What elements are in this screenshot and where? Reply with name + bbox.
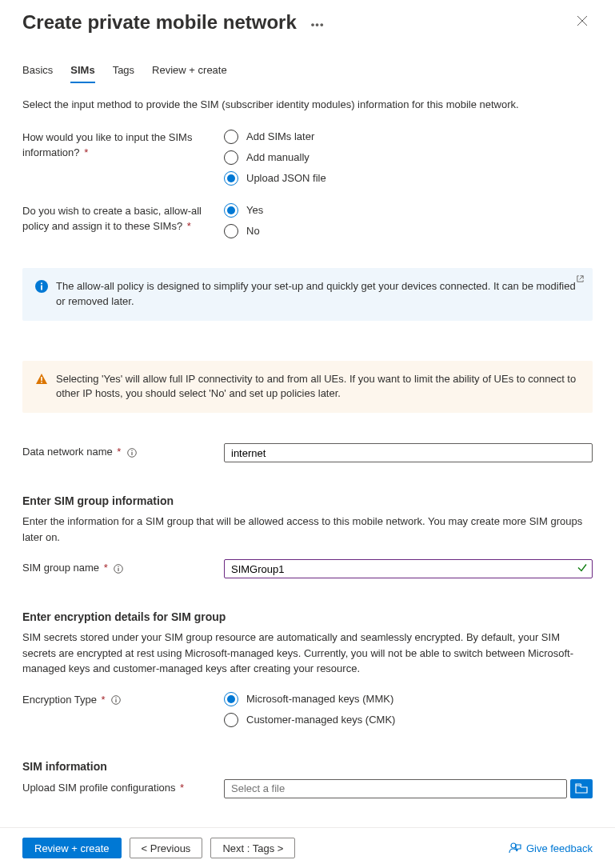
svg-rect-12: [116, 699, 117, 702]
folder-icon: [575, 783, 588, 794]
info-allow-all-policy: The allow-all policy is designed to simp…: [22, 268, 593, 321]
data-network-name-input[interactable]: [224, 443, 593, 462]
radio-label: Yes: [246, 202, 263, 218]
radio-icon: [224, 203, 238, 218]
radio-label: No: [246, 223, 260, 239]
svg-rect-2: [41, 282, 42, 284]
external-link-icon[interactable]: [576, 274, 585, 283]
browse-file-button[interactable]: [570, 779, 593, 798]
row-upload-sim-profile: Upload SIM profile configurations *: [22, 779, 593, 798]
desc-sim-group: Enter the information for a SIM group th…: [22, 514, 593, 545]
heading-encryption: Enter encryption details for SIM group: [22, 610, 593, 623]
radio-label: Customer-managed keys (CMK): [246, 712, 395, 728]
footer-bar: Review + create < Previous Next : Tags >…: [0, 827, 615, 868]
tab-sims[interactable]: SIMs: [70, 59, 94, 82]
desc-encryption: SIM secrets stored under your SIM group …: [22, 630, 593, 677]
previous-button[interactable]: < Previous: [130, 838, 203, 858]
radio-group-encryption: Microsoft-managed keys (MMK) Customer-ma…: [224, 691, 593, 728]
info-tooltip-icon[interactable]: [111, 695, 121, 705]
next-button[interactable]: Next : Tags >: [210, 838, 295, 858]
radio-icon: [224, 171, 238, 186]
label-data-network-name: Data network name *: [22, 443, 224, 460]
label-input-method: How would you like to input the SIMs inf…: [22, 129, 224, 161]
radio-upload-json[interactable]: Upload JSON file: [224, 170, 593, 186]
info-tooltip-icon[interactable]: [127, 448, 137, 458]
radio-mmk[interactable]: Microsoft-managed keys (MMK): [224, 691, 593, 707]
label-encryption-type: Encryption Type *: [22, 691, 224, 708]
svg-point-14: [511, 843, 516, 848]
tab-bar: Basics SIMs Tags Review + create: [22, 59, 593, 83]
svg-rect-7: [131, 450, 132, 451]
panel-header: Create private mobile network •••: [22, 11, 593, 34]
radio-icon: [224, 224, 238, 238]
label-upload-sim-profile: Upload SIM profile configurations *: [22, 779, 224, 796]
create-mobile-network-panel: Create private mobile network ••• Basics…: [0, 0, 615, 868]
row-sim-group-name: SIM group name *: [22, 559, 593, 578]
warning-text: Selecting 'Yes' will allow full IP conne…: [56, 372, 580, 402]
feedback-icon: [509, 842, 521, 854]
give-feedback-link[interactable]: Give feedback: [509, 842, 593, 854]
label-sim-group-name: SIM group name *: [22, 559, 224, 576]
row-data-network-name: Data network name *: [22, 443, 593, 462]
info-icon: [35, 280, 48, 293]
content-area: Create private mobile network ••• Basics…: [0, 0, 615, 827]
sim-group-name-input[interactable]: [224, 559, 593, 578]
warning-full-ip: Selecting 'Yes' will allow full IP conne…: [22, 361, 593, 414]
heading-sim-group: Enter SIM group information: [22, 494, 593, 507]
warning-icon: [35, 373, 48, 390]
radio-label: Add manually: [246, 150, 309, 166]
tab-tags[interactable]: Tags: [113, 59, 134, 82]
radio-icon: [224, 150, 238, 165]
radio-icon: [224, 130, 238, 144]
svg-rect-6: [131, 452, 132, 455]
required-marker: *: [184, 220, 191, 232]
close-button[interactable]: [572, 14, 593, 30]
file-select-input[interactable]: [224, 779, 567, 798]
radio-allow-all-no[interactable]: No: [224, 223, 593, 239]
radio-cmk[interactable]: Customer-managed keys (CMK): [224, 712, 593, 728]
svg-rect-13: [116, 698, 117, 698]
radio-label: Microsoft-managed keys (MMK): [246, 691, 393, 707]
tab-review-create[interactable]: Review + create: [152, 59, 227, 82]
heading-sim-information: SIM information: [22, 760, 593, 773]
row-allow-all: Do you wish to create a basic, allow-all…: [22, 202, 593, 239]
radio-label: Upload JSON file: [246, 170, 326, 186]
row-input-method: How would you like to input the SIMs inf…: [22, 129, 593, 186]
info-tooltip-icon[interactable]: [114, 564, 123, 574]
svg-rect-4: [41, 382, 42, 383]
info-text: The allow-all policy is designed to simp…: [56, 279, 580, 310]
review-create-button[interactable]: Review + create: [22, 838, 122, 858]
svg-rect-9: [118, 568, 119, 571]
close-icon: [577, 15, 588, 26]
svg-rect-1: [41, 285, 42, 290]
radio-allow-all-yes[interactable]: Yes: [224, 202, 593, 218]
radio-icon: [224, 692, 238, 706]
radio-add-manually[interactable]: Add manually: [224, 150, 593, 166]
intro-text: Select the input method to provide the S…: [22, 98, 593, 113]
row-encryption-type: Encryption Type * Microsoft-managed keys…: [22, 691, 593, 728]
tab-basics[interactable]: Basics: [22, 59, 53, 82]
page-title-text: Create private mobile network: [22, 11, 297, 34]
page-title: Create private mobile network •••: [22, 11, 324, 34]
radio-group-input-method: Add SIMs later Add manually Upload JSON …: [224, 129, 593, 186]
svg-rect-3: [41, 377, 42, 381]
required-marker: *: [82, 146, 89, 158]
feedback-link-text: Give feedback: [526, 842, 593, 854]
svg-rect-10: [118, 566, 119, 567]
more-icon[interactable]: •••: [311, 18, 325, 30]
radio-group-allow-all: Yes No: [224, 202, 593, 239]
radio-add-sims-later[interactable]: Add SIMs later: [224, 129, 593, 145]
radio-icon: [224, 713, 238, 727]
radio-label: Add SIMs later: [246, 129, 314, 145]
label-allow-all: Do you wish to create a basic, allow-all…: [22, 202, 224, 234]
